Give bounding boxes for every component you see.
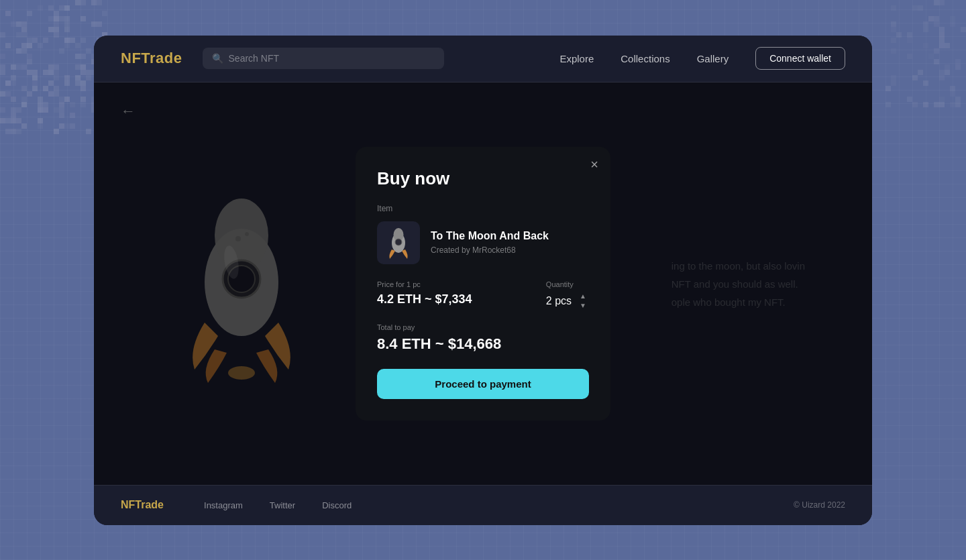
nav-item-collections[interactable]: Collections	[621, 53, 669, 64]
footer-link-discord[interactable]: Discord	[322, 500, 352, 510]
quantity-section: Quantity 2 pcs ▲ ▼	[546, 280, 589, 310]
modal-close-button[interactable]: ×	[590, 158, 598, 171]
item-info: To The Moon And Back Created by MrRocket…	[431, 230, 549, 255]
corner-decoration-tr	[885, 0, 966, 107]
main-content: ←	[94, 82, 872, 485]
footer-links: Instagram Twitter Discord	[204, 500, 352, 510]
footer-copyright: © Uizard 2022	[794, 500, 845, 510]
total-value: 8.4 ETH ~ $14,668	[377, 335, 501, 352]
item-name: To The Moon And Back	[431, 230, 549, 242]
price-value: 4.2 ETH ~ $7,334	[377, 292, 472, 306]
modal-item-row: To The Moon And Back Created by MrRocket…	[377, 221, 589, 264]
footer-link-twitter[interactable]: Twitter	[270, 500, 295, 510]
modal-overlay: × Buy now Item To The Moon	[94, 82, 872, 485]
proceed-to-payment-button[interactable]: Proceed to payment	[377, 369, 589, 399]
logo: NFTrade	[121, 50, 182, 67]
svg-point-10	[395, 239, 402, 245]
nav: Explore Collections Gallery Connect wall…	[559, 47, 845, 70]
total-label: Total to pay	[377, 323, 589, 331]
header: NFTrade 🔍 Explore Collections Gallery Co…	[94, 36, 872, 82]
search-icon: 🔍	[212, 53, 223, 64]
connect-wallet-button[interactable]: Connect wallet	[755, 47, 845, 70]
item-label: Item	[377, 204, 589, 213]
quantity-increment-button[interactable]: ▲	[577, 292, 589, 300]
search-input[interactable]	[229, 53, 435, 64]
nav-item-explore[interactable]: Explore	[559, 53, 594, 64]
footer-link-instagram[interactable]: Instagram	[204, 500, 243, 510]
price-quantity-row: Price for 1 pc 4.2 ETH ~ $7,334 Quantity…	[377, 280, 589, 310]
price-label: Price for 1 pc	[377, 280, 472, 288]
quantity-label: Quantity	[546, 280, 589, 288]
quantity-value: 2 pcs	[546, 295, 572, 307]
app-container: NFTrade 🔍 Explore Collections Gallery Co…	[94, 36, 872, 525]
item-creator: Created by MrRocket68	[431, 245, 549, 255]
total-section: Total to pay 8.4 ETH ~ $14,668	[377, 323, 589, 353]
footer: NFTrade Instagram Twitter Discord © Uiza…	[94, 485, 872, 525]
item-rocket-icon	[382, 224, 415, 262]
buy-modal: × Buy now Item To The Moon	[356, 147, 610, 421]
quantity-control: 2 pcs ▲ ▼	[546, 292, 589, 310]
quantity-decrement-button[interactable]: ▼	[577, 302, 589, 310]
price-section: Price for 1 pc 4.2 ETH ~ $7,334	[377, 280, 472, 306]
item-thumbnail	[377, 221, 420, 264]
search-bar: 🔍	[203, 48, 444, 69]
footer-logo: NFTrade	[121, 499, 164, 511]
quantity-buttons: ▲ ▼	[577, 292, 589, 310]
nav-item-gallery[interactable]: Gallery	[697, 53, 729, 64]
corner-decoration-tl	[0, 0, 107, 134]
modal-title: Buy now	[377, 168, 589, 189]
